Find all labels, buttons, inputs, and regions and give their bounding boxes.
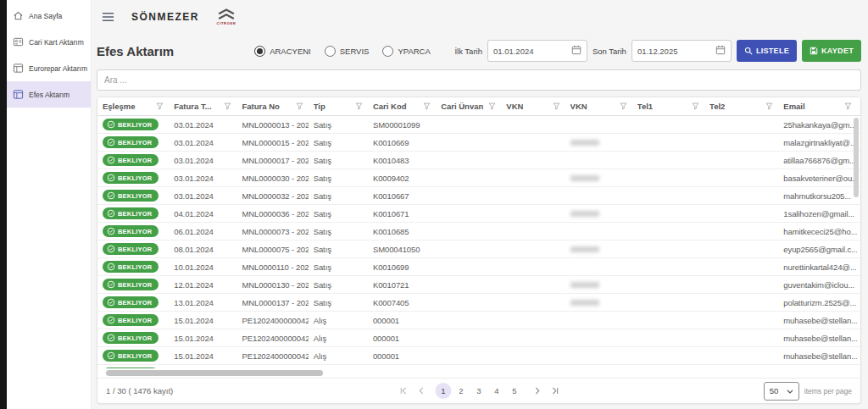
menu-icon[interactable] [102,12,114,22]
page-button-5[interactable]: 5 [507,383,523,399]
table-row[interactable]: BEKLIYOR 03.01.2024 MNL0000013 - 2024 Sa… [97,116,860,134]
cell-eslesme: BEKLIYOR [97,116,169,134]
vertical-scrollbar-thumb[interactable] [854,118,859,197]
page-button-3[interactable]: 3 [471,383,487,399]
radio-yparca[interactable]: YPARCA [382,46,430,57]
cell-cari-kod: K0010671 [368,205,436,223]
filter-icon[interactable] [423,102,431,110]
next-page-button[interactable] [530,384,545,399]
table-row[interactable]: BEKLIYOR 15.01.2024 PE12024000000428 Alı… [97,329,860,347]
horizontal-scrollbar-thumb[interactable] [106,370,323,376]
cell-vkn-2 [565,169,632,187]
table-row[interactable]: BEKLIYOR 08.01.2024 MNL0000075 - 2024 Sa… [97,240,860,258]
column-header-fatura-no[interactable]: Fatura No [236,97,308,116]
cell-eslesme: BEKLIYOR [97,205,169,223]
table-row[interactable]: BEKLIYOR 03.01.2024 MNL0000015 - 2024 Sa… [97,134,860,152]
horizontal-scrollbar[interactable] [104,369,854,377]
column-header-email[interactable]: Email [778,97,856,116]
cell-cari-unvan [436,152,501,169]
table-body: BEKLIYOR 03.01.2024 MNL0000013 - 2024 Sa… [97,116,860,369]
cell-vkn-1 [501,365,565,369]
cell-cari-unvan [436,240,501,258]
column-header-cari-unvan[interactable]: Cari Ünvan [436,97,501,116]
cell-fatura-no: PE12024000000427 [236,347,308,365]
cell-fatura-no: MNL0000036 - 2024 [236,205,308,223]
redacted-value [570,300,599,306]
sidebar-item-efes-aktarim[interactable]: Efes Aktarım [7,81,91,108]
page-button-2[interactable]: 2 [453,383,470,399]
filter-icon[interactable] [488,102,496,110]
cell-tip: Alış [309,347,368,365]
cell-cari-kod: K0010667 [368,187,436,205]
sidebar-item-ana-sayfa[interactable]: Ana Sayfa [7,3,91,29]
column-header-adres[interactable]: Adres [857,97,860,116]
chevron-down-icon [787,386,793,395]
filter-icon[interactable] [765,102,773,110]
first-page-button[interactable] [396,384,411,399]
column-header-tip[interactable]: Tip [309,97,368,116]
cell-tel1 [632,116,704,134]
column-header-eslesme[interactable]: Eşleşme [97,97,169,116]
column-header-fatura-tarihi[interactable]: Fatura T... [169,97,236,116]
calendar-icon[interactable] [715,45,726,57]
column-header-cari-kod[interactable]: Cari Kod [368,97,436,116]
column-label: Cari Ünvan [441,102,483,111]
calendar-icon[interactable] [571,45,581,57]
first-date-input[interactable]: 01.01.2024 [487,40,587,62]
last-date-input[interactable]: 01.12.2025 [632,40,732,62]
filter-icon[interactable] [620,102,627,110]
previous-page-button[interactable] [414,384,429,399]
table-row[interactable]: BEKLIYOR 15.01.2024 PE12024000000429 Alı… [97,312,860,329]
filter-icon[interactable] [692,102,699,110]
filter-icon[interactable] [553,102,560,110]
page-size-select[interactable]: 50 [764,382,799,401]
cell-fatura-tarihi: 10.01.2024 [169,258,236,276]
table-row[interactable]: BEKLIYOR 03.01.2024 MNL0000032 - 2024 Sa… [97,187,860,205]
kaydet-button[interactable]: KAYDET [802,40,861,62]
filter-icon[interactable] [844,102,852,110]
table-row[interactable]: BEKLIYOR 03.01.2024 MNL0000030 - 2024 Sa… [97,169,860,187]
table-row[interactable]: BEKLIYOR 15.01.2024 PE12024000000427 Alı… [97,347,860,365]
status-badge: BEKLIYOR [103,279,159,290]
table-row[interactable]: BEKLIYOR 12.01.2024 MNL0000130 - 2024 Sa… [97,276,860,294]
cell-email: basakveteriner@ou... [778,169,856,187]
cell-vkn-1 [501,240,565,258]
column-header-tel2[interactable]: Tel2 [704,97,778,116]
last-page-button[interactable] [548,384,563,399]
status-badge: BEKLIYOR [103,314,159,326]
radio-aracyeni[interactable]: ARACYENI [254,46,311,57]
status-badge: BEKLIYOR [103,172,159,184]
table-row[interactable]: BEKLIYOR 03.01.2024 MNL0000017 - 2024 Sa… [97,152,860,169]
kaydet-button-label: KAYDET [821,47,854,55]
cell-eslesme: BEKLIYOR [97,276,169,294]
column-header-tel1[interactable]: Tel1 [632,97,704,116]
column-header-vkn-2[interactable]: VKN [565,97,632,116]
page-button-4[interactable]: 4 [489,383,505,399]
table-row[interactable]: BEKLIYOR 15.01.2024 PE12024000000426 Alı… [97,365,860,369]
sidebar-item-label: Cari Kart Aktarım [29,38,84,47]
filter-icon[interactable] [224,102,231,110]
vertical-scrollbar[interactable] [854,118,859,367]
filter-icon[interactable] [296,102,303,110]
filter-icon[interactable] [355,102,363,110]
sidebar-item-eurorepar-aktarim[interactable]: Eurorepar Aktarım [7,55,91,81]
table-row[interactable]: BEKLIYOR 13.01.2024 MNL0000137 - 2024 Sa… [97,294,860,312]
radio-servis[interactable]: SERVIS [325,46,370,57]
table-row[interactable]: BEKLIYOR 06.01.2024 MNL0000073 - 2024 Sa… [97,223,860,240]
cell-cari-kod: K0007405 [368,294,436,312]
table-row[interactable]: BEKLIYOR 10.01.2024 MNL0000110 - 2024 Sa… [97,258,860,276]
check-circle-icon [107,156,115,164]
status-badge-label: BEKLIYOR [118,228,152,235]
page-button-1[interactable]: 1 [436,383,452,399]
column-header-vkn-1[interactable]: VKN [501,97,565,116]
cell-tip: Satış [309,116,368,134]
column-label: Fatura No [242,102,279,111]
search-input[interactable] [97,69,861,91]
listele-button[interactable]: LISTELE [737,40,797,62]
listele-button-label: LISTELE [756,47,789,55]
cell-email: 1salihozen@gmail... [778,205,856,223]
sidebar-item-cari-kart-aktarim[interactable]: Cari Kart Aktarım [7,29,91,55]
table-row[interactable]: BEKLIYOR 04.01.2024 MNL0000036 - 2024 Sa… [97,205,860,223]
cell-tel2 [704,240,778,258]
filter-icon[interactable] [156,102,164,110]
